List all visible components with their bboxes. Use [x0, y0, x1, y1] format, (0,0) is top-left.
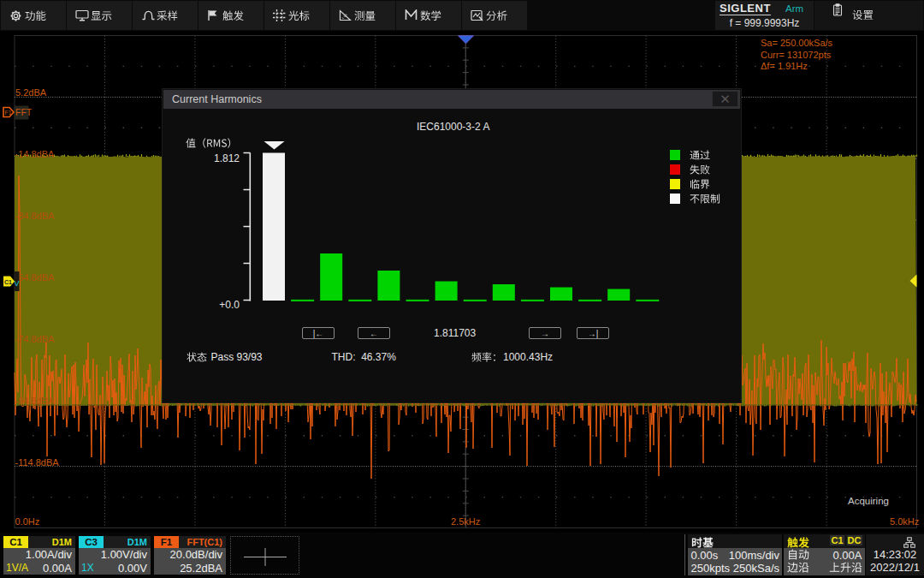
svg-text:Curr= 131072pts: Curr= 131072pts — [761, 50, 832, 60]
svg-text:-74.8dBA: -74.8dBA — [15, 334, 56, 344]
svg-text:5.0kHz: 5.0kHz — [890, 516, 919, 527]
svg-text:Δf= 1.91Hz: Δf= 1.91Hz — [761, 61, 808, 71]
svg-text:0.0Hz: 0.0Hz — [15, 516, 40, 527]
svg-text:Sa= 250.00kSa/s: Sa= 250.00kSa/s — [761, 38, 833, 48]
svg-text:V: V — [15, 279, 20, 288]
svg-text:-114.8dBA: -114.8dBA — [15, 457, 60, 468]
svg-text:-54.8dBA: -54.8dBA — [15, 272, 56, 283]
svg-text:-34.8dBA: -34.8dBA — [15, 211, 56, 221]
svg-text:5.2dBA: 5.2dBA — [15, 87, 47, 98]
svg-text:Acquiring: Acquiring — [848, 496, 889, 506]
svg-text:F1: F1 — [5, 110, 12, 116]
svg-text:-14.8dBA: -14.8dBA — [15, 149, 56, 159]
svg-text:FFT: FFT — [15, 107, 33, 117]
svg-text:-94.8dBA: -94.8dBA — [15, 396, 56, 406]
svg-text:C1: C1 — [4, 279, 12, 285]
svg-text:2.5kHz: 2.5kHz — [451, 516, 480, 527]
